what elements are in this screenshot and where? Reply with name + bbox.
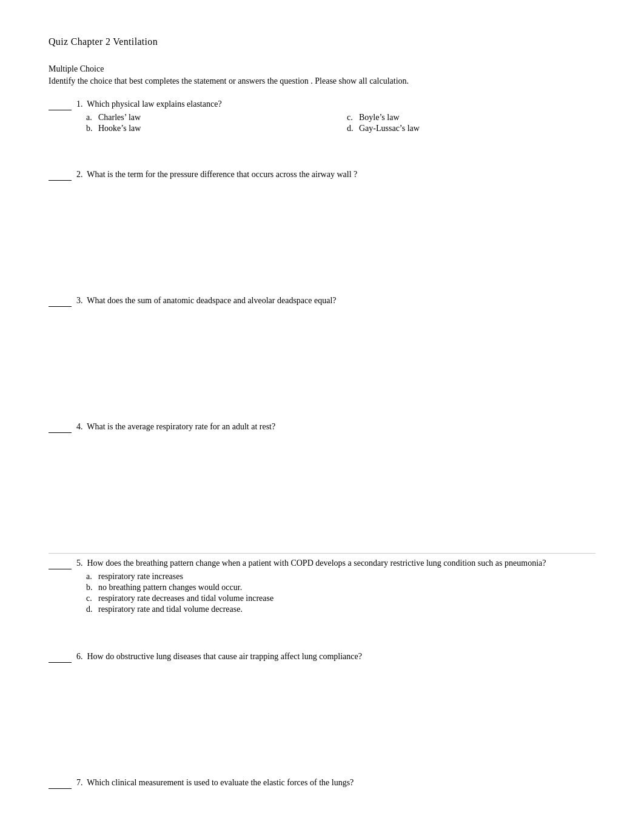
divider-line	[49, 553, 595, 554]
question-3-content: 3. What does the sum of anatomic deadspa…	[76, 296, 595, 306]
choice-label-1a: a.	[86, 113, 95, 122]
spacer-6	[49, 669, 595, 729]
question-4: 4. What is the average respiratory rate …	[49, 422, 595, 433]
question-1-content: 1. Which physical law explains elastance…	[76, 99, 595, 133]
question-1-choices: a. Charles’ law c. Boyle’s law b. Hooke’…	[86, 113, 595, 133]
question-7-number: 7.	[76, 778, 87, 787]
page: Quiz Chapter 2 Ventilation Multiple Choi…	[0, 0, 644, 831]
question-5-content: 5. How does the breathing pattern change…	[76, 558, 595, 615]
answer-blank-6[interactable]	[49, 653, 72, 663]
question-1: 1. Which physical law explains elastance…	[49, 99, 595, 133]
question-4-number: 4.	[76, 422, 87, 431]
question-6-number: 6.	[76, 652, 87, 661]
question-4-content: 4. What is the average respiratory rate …	[76, 422, 595, 432]
question-7-content: 7. Which clinical measurement is used to…	[76, 778, 595, 788]
spacer-5	[49, 622, 595, 652]
choice-1c: c. Boyle’s law	[347, 113, 595, 122]
choice-label-1c: c.	[347, 113, 355, 122]
question-2: 2. What is the term for the pressure dif…	[49, 170, 595, 181]
question-6: 6. How do obstructive lung diseases that…	[49, 652, 595, 663]
spacer-1	[49, 139, 595, 170]
answer-blank-3[interactable]	[49, 297, 72, 307]
question-4-text: What is the average respiratory rate for…	[87, 422, 275, 431]
question-7-text: Which clinical measurement is used to ev…	[87, 778, 354, 787]
quiz-title: Quiz Chapter 2 Ventilation	[49, 36, 595, 47]
answer-label-5d: d.	[86, 605, 95, 614]
question-3: 3. What does the sum of anatomic deadspa…	[49, 296, 595, 307]
answer-text-5d: respiratory rate and tidal volume decrea…	[98, 605, 243, 614]
answer-text-5c: respiratory rate decreases and tidal vol…	[98, 594, 273, 603]
choice-text-1a: Charles’ law	[98, 113, 141, 122]
question-6-content: 6. How do obstructive lung diseases that…	[76, 652, 595, 662]
answer-blank-1[interactable]	[49, 101, 72, 110]
question-7: 7. Which clinical measurement is used to…	[49, 778, 595, 789]
answer-text-5a: respiratory rate increases	[98, 572, 183, 582]
answer-label-5b: b.	[86, 583, 95, 592]
answer-blank-2[interactable]	[49, 171, 72, 181]
answer-5b: b. no breathing pattern changes would oc…	[86, 583, 595, 592]
spacer-2	[49, 187, 595, 247]
choice-text-1b: Hooke’s law	[98, 124, 141, 133]
question-5-text: How does the breathing pattern change wh…	[87, 558, 546, 568]
spacer-6b	[49, 729, 595, 778]
answer-blank-5[interactable]	[49, 560, 72, 569]
question-5-number: 5.	[76, 558, 87, 568]
choice-text-1c: Boyle’s law	[359, 113, 400, 122]
question-1-number: 1.	[76, 99, 87, 109]
answer-5d: d. respiratory rate and tidal volume dec…	[86, 605, 595, 614]
choice-1a: a. Charles’ law	[86, 113, 335, 122]
question-3-text: What does the sum of anatomic deadspace …	[87, 296, 336, 305]
question-5-answers: a. respiratory rate increases b. no brea…	[86, 572, 595, 614]
question-3-number: 3.	[76, 296, 87, 305]
choice-label-1b: b.	[86, 124, 95, 133]
section-instruction: Identify the choice that best completes …	[49, 76, 595, 86]
spacer-3	[49, 313, 595, 374]
question-6-text: How do obstructive lung diseases that ca…	[87, 652, 362, 661]
answer-blank-4[interactable]	[49, 423, 72, 433]
question-1-text: Which physical law explains elastance?	[87, 99, 221, 109]
section-type: Multiple Choice	[49, 64, 595, 74]
spacer-4b	[49, 500, 595, 548]
choice-1b: b. Hooke’s law	[86, 124, 335, 133]
question-2-text: What is the term for the pressure differ…	[87, 170, 357, 179]
choice-text-1d: Gay-Lussac’s law	[359, 124, 420, 133]
answer-blank-7[interactable]	[49, 779, 72, 789]
answer-5c: c. respiratory rate decreases and tidal …	[86, 594, 595, 603]
spacer-4	[49, 439, 595, 500]
question-5: 5. How does the breathing pattern change…	[49, 558, 595, 615]
answer-5a: a. respiratory rate increases	[86, 572, 595, 582]
spacer-3b	[49, 374, 595, 422]
question-2-number: 2.	[76, 170, 87, 179]
choice-1d: d. Gay-Lussac’s law	[347, 124, 595, 133]
answer-text-5b: no breathing pattern changes would occur…	[98, 583, 242, 592]
question-2-content: 2. What is the term for the pressure dif…	[76, 170, 595, 179]
choice-label-1d: d.	[347, 124, 355, 133]
spacer-2b	[49, 247, 595, 296]
answer-label-5a: a.	[86, 572, 95, 582]
answer-label-5c: c.	[86, 594, 95, 603]
